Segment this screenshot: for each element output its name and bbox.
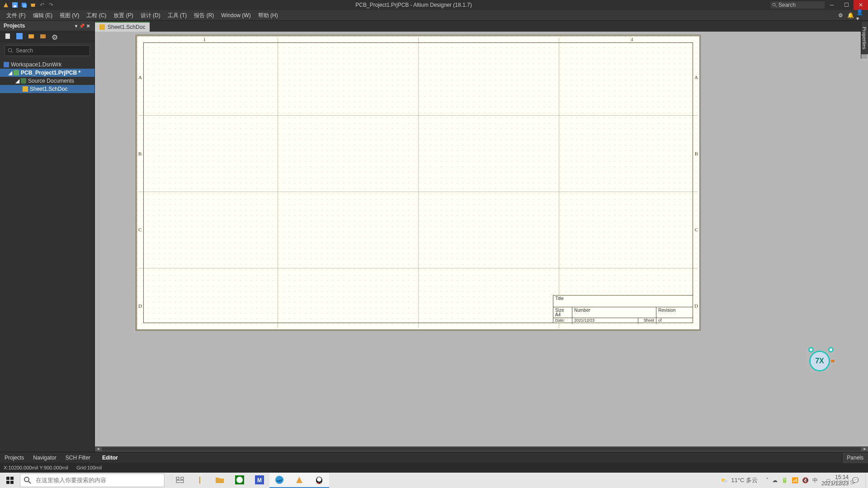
- system-tray[interactable]: ˄ ☁ 🔋 📶 🔇 中 15:14 2021/12/23 💬: [762, 474, 863, 487]
- horizontal-scrollbar[interactable]: ◄ ►: [95, 446, 868, 452]
- taskbar-weather[interactable]: 11°C 多云: [716, 476, 762, 484]
- projects-search-input[interactable]: Search: [5, 45, 90, 56]
- global-search-input[interactable]: Search: [770, 1, 825, 9]
- new-doc-icon[interactable]: [5, 33, 12, 40]
- svg-marker-33: [296, 477, 302, 483]
- undo-icon[interactable]: ↶: [39, 2, 45, 8]
- tray-notifications-icon[interactable]: 💬: [852, 477, 859, 483]
- start-button[interactable]: [0, 473, 20, 488]
- expand-icon[interactable]: ◢: [15, 78, 19, 84]
- save-all-icon[interactable]: [21, 2, 27, 8]
- document-tab[interactable]: Sheet1.SchDoc: [95, 22, 150, 32]
- menu-project[interactable]: 工程 (C): [83, 10, 110, 21]
- zone-col-4: 4: [631, 37, 633, 42]
- scroll-left-icon[interactable]: ◄: [95, 447, 101, 451]
- drawing-sheet[interactable]: 1 4 A B C D A B C D Title SizeA: [136, 35, 701, 331]
- tree-project[interactable]: ◢PCB_Project1.PrjPCB *: [0, 69, 94, 77]
- tree-document[interactable]: Sheet1.SchDoc: [0, 85, 94, 93]
- compile-icon[interactable]: [16, 33, 24, 40]
- document-area: Sheet1.SchDoc A ▦: [95, 21, 868, 452]
- svg-line-6: [775, 6, 777, 7]
- menu-place[interactable]: 放置 (P): [110, 10, 137, 21]
- menu-tools[interactable]: 工具 (T): [164, 10, 191, 21]
- mascot-overlay[interactable]: 7X: [809, 348, 832, 371]
- taskbar-edge[interactable]: [269, 473, 289, 488]
- save-icon[interactable]: [12, 2, 18, 8]
- tree-source-folder[interactable]: ◢Source Documents: [0, 77, 94, 85]
- panel-options-icon[interactable]: ▾: [75, 23, 77, 28]
- taskbar-sep-icon[interactable]: ┃: [190, 473, 210, 488]
- panel-pin-icon[interactable]: 📌: [79, 23, 85, 28]
- schematic-canvas[interactable]: A ▦ 1 4 A B C D A B C D: [95, 32, 868, 452]
- settings-icon[interactable]: ⚙: [836, 11, 844, 19]
- zone-row-c-right: C: [695, 227, 698, 232]
- minimize-button[interactable]: ─: [825, 0, 839, 10]
- menu-window[interactable]: Window (W): [217, 10, 254, 21]
- taskbar-xbox[interactable]: [230, 473, 250, 488]
- taskbar-altium[interactable]: [289, 473, 309, 488]
- projects-panel-header[interactable]: Projects ▾ 📌 ✕: [0, 21, 94, 31]
- tray-battery-icon[interactable]: 🔋: [781, 477, 788, 483]
- zone-row-a-right: A: [694, 75, 698, 80]
- tray-expand-icon[interactable]: ˄: [766, 477, 769, 483]
- add-folder-icon[interactable]: [28, 33, 35, 40]
- show-diff-icon[interactable]: [40, 33, 47, 40]
- svg-text:M: M: [257, 477, 262, 483]
- redo-icon[interactable]: ↷: [48, 2, 54, 8]
- app-logo-icon: [3, 2, 9, 8]
- svg-rect-26: [181, 477, 184, 479]
- taskbar-explorer[interactable]: [210, 473, 230, 488]
- menu-file[interactable]: 文件 (F): [3, 10, 29, 21]
- maximize-button[interactable]: ☐: [839, 0, 854, 10]
- tray-onedrive-icon[interactable]: ☁: [772, 477, 778, 483]
- expand-icon[interactable]: ◢: [8, 70, 12, 76]
- scroll-right-icon[interactable]: ►: [862, 447, 868, 451]
- taskbar-search-placeholder: 在这里输入你要搜索的内容: [36, 476, 106, 484]
- zone-col-1: 1: [203, 37, 206, 42]
- user-icon[interactable]: 👤▾: [856, 11, 864, 19]
- svg-rect-19: [6, 477, 9, 480]
- menu-view[interactable]: 视图 (V): [56, 10, 83, 21]
- panel-close-icon[interactable]: ✕: [86, 23, 90, 28]
- status-grid: Grid:100mil: [76, 465, 102, 470]
- properties-panel-tab[interactable]: Properties: [861, 22, 868, 54]
- tray-ime-icon[interactable]: 中: [812, 477, 818, 484]
- taskbar-qq[interactable]: [309, 473, 329, 488]
- taskbar-clock[interactable]: 15:14 2021/12/23: [821, 474, 849, 487]
- zone-row-c-left: C: [138, 227, 142, 232]
- svg-rect-27: [176, 480, 184, 483]
- titleblock-title-label: Title: [555, 296, 564, 301]
- panels-button[interactable]: Panels: [842, 452, 868, 463]
- titleblock-sheet-label: Sheet: [638, 318, 656, 324]
- tab-projects[interactable]: Projects: [0, 452, 28, 463]
- tab-editor[interactable]: Editor: [98, 452, 123, 463]
- menu-help[interactable]: 帮助 (H): [255, 10, 282, 21]
- menu-reports[interactable]: 报告 (R): [190, 10, 217, 21]
- svg-line-24: [28, 481, 31, 483]
- notifications-icon[interactable]: 🔔: [846, 11, 854, 19]
- svg-rect-36: [317, 483, 319, 484]
- svg-marker-0: [4, 3, 8, 7]
- document-tab-label: Sheet1.SchDoc: [108, 24, 145, 30]
- menu-edit[interactable]: 编辑 (E): [29, 10, 56, 21]
- tab-navigator[interactable]: Navigator: [28, 452, 61, 463]
- task-view-icon[interactable]: [170, 473, 190, 488]
- show-desktop-button[interactable]: [865, 473, 868, 488]
- taskbar-app-m[interactable]: M: [250, 473, 269, 488]
- zone-row-a-left: A: [138, 75, 142, 80]
- taskbar-search-input[interactable]: 在这里输入你要搜索的内容: [20, 474, 165, 487]
- tab-schfilter[interactable]: SCH Filter: [61, 452, 95, 463]
- tray-volume-icon[interactable]: 🔇: [802, 477, 809, 483]
- zone-row-b-right: B: [695, 151, 698, 156]
- project-options-icon[interactable]: ⚙: [52, 33, 59, 40]
- menu-design[interactable]: 设计 (D): [137, 10, 164, 21]
- tray-wifi-icon[interactable]: 📶: [792, 477, 798, 483]
- open-icon[interactable]: [30, 2, 36, 8]
- tree-workspace[interactable]: Workspace1.DsnWrk: [0, 61, 94, 69]
- svg-rect-25: [176, 477, 179, 479]
- menu-bar: 文件 (F) 编辑 (E) 视图 (V) 工程 (C) 放置 (P) 设计 (D…: [0, 10, 868, 21]
- title-block: Title SizeA4 Number Revision Date: 2021/…: [553, 295, 693, 323]
- zone-row-b-left: B: [138, 151, 142, 156]
- svg-point-23: [24, 477, 29, 482]
- projects-toolbar: ⚙: [0, 31, 94, 42]
